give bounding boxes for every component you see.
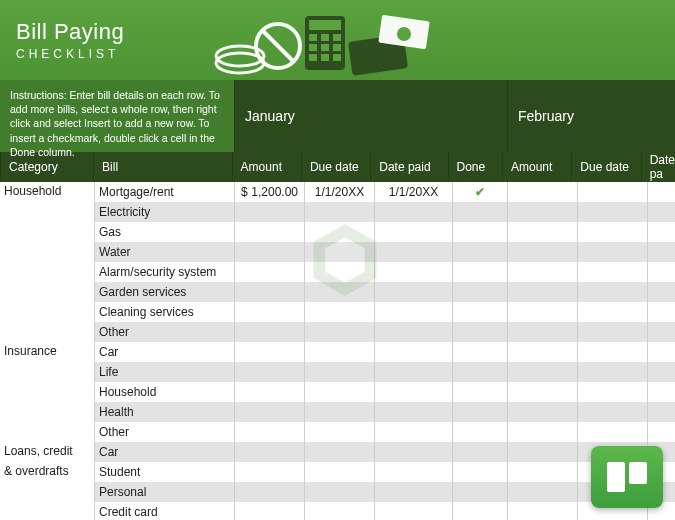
cell-amount[interactable] [234,322,304,342]
cell-done[interactable] [452,282,507,302]
cell-amount-2[interactable] [507,402,577,422]
cell-due-date[interactable] [304,502,374,520]
cell-done[interactable] [452,402,507,422]
cell-amount-2[interactable] [507,362,577,382]
cell-date-paid[interactable] [374,302,452,322]
table-row[interactable]: Personal [0,482,675,502]
cell-bill[interactable]: Mortgage/rent [94,182,234,202]
cell-amount[interactable]: $1,200.00 [234,182,304,202]
cell-due-date[interactable] [304,422,374,442]
cell-done[interactable] [452,442,507,462]
cell-amount-2[interactable] [507,262,577,282]
cell-amount[interactable] [234,402,304,422]
cell-category[interactable] [0,242,94,262]
cell-done[interactable] [452,482,507,502]
table-row[interactable]: Other [0,422,675,442]
cell-due-date[interactable]: 1/1/20XX [304,182,374,202]
cell-amount-2[interactable] [507,502,577,520]
table-row[interactable]: Other [0,322,675,342]
cell-due-date-2[interactable] [577,262,647,282]
cell-amount[interactable] [234,342,304,362]
cell-done[interactable] [452,262,507,282]
cell-amount-2[interactable] [507,222,577,242]
cell-due-date[interactable] [304,382,374,402]
cell-category[interactable] [0,222,94,242]
cell-date-paid[interactable] [374,402,452,422]
cell-date-paid-2[interactable] [647,242,675,262]
cell-done[interactable] [452,382,507,402]
cell-category[interactable] [0,322,94,342]
cell-bill[interactable]: Health [94,402,234,422]
cell-date-paid-2[interactable] [647,282,675,302]
cell-category[interactable] [0,302,94,322]
cell-due-date-2[interactable] [577,382,647,402]
cell-bill[interactable]: Car [94,342,234,362]
cell-done[interactable]: ✔ [452,182,507,202]
cell-date-paid-2[interactable] [647,422,675,442]
cell-date-paid[interactable] [374,382,452,402]
cell-date-paid-2[interactable] [647,302,675,322]
cell-amount-2[interactable] [507,422,577,442]
cell-date-paid-2[interactable] [647,382,675,402]
cell-category[interactable]: Household [0,182,94,202]
cell-date-paid[interactable] [374,422,452,442]
cell-date-paid-2[interactable] [647,182,675,202]
cell-amount-2[interactable] [507,482,577,502]
cell-due-date-2[interactable] [577,222,647,242]
cell-category[interactable]: Loans, credit [0,442,94,462]
cell-category[interactable] [0,402,94,422]
cell-date-paid-2[interactable] [647,402,675,422]
cell-due-date-2[interactable] [577,322,647,342]
cell-date-paid[interactable] [374,482,452,502]
cell-amount-2[interactable] [507,302,577,322]
cell-category[interactable] [0,382,94,402]
cell-date-paid[interactable]: 1/1/20XX [374,182,452,202]
cell-due-date-2[interactable] [577,342,647,362]
cell-done[interactable] [452,322,507,342]
cell-due-date[interactable] [304,462,374,482]
cell-due-date[interactable] [304,402,374,422]
cell-date-paid-2[interactable] [647,262,675,282]
cell-date-paid-2[interactable] [647,342,675,362]
cell-bill[interactable]: Credit card [94,502,234,520]
cell-category[interactable]: Insurance [0,342,94,362]
cell-done[interactable] [452,462,507,482]
cell-bill[interactable]: Car [94,442,234,462]
cell-amount-2[interactable] [507,382,577,402]
cell-due-date-2[interactable] [577,302,647,322]
cell-amount[interactable] [234,202,304,222]
table-row[interactable]: Cleaning services [0,302,675,322]
cell-category[interactable] [0,262,94,282]
cell-amount-2[interactable] [507,462,577,482]
cell-done[interactable] [452,342,507,362]
cell-amount[interactable] [234,362,304,382]
cell-bill[interactable]: Other [94,422,234,442]
table-row[interactable]: Credit card [0,502,675,520]
table-row[interactable]: Household [0,382,675,402]
table-row[interactable]: HouseholdMortgage/rent$1,200.001/1/20XX1… [0,182,675,202]
cell-date-paid[interactable] [374,322,452,342]
cell-bill[interactable]: Personal [94,482,234,502]
cell-bill[interactable]: Electricity [94,202,234,222]
table-row[interactable]: Life [0,362,675,382]
cell-amount-2[interactable] [507,282,577,302]
cell-bill[interactable]: Other [94,322,234,342]
cell-date-paid[interactable] [374,502,452,520]
cell-done[interactable] [452,502,507,520]
cell-due-date[interactable] [304,482,374,502]
cell-amount[interactable] [234,502,304,520]
cell-category[interactable] [0,422,94,442]
cell-due-date[interactable] [304,302,374,322]
cell-date-paid[interactable] [374,362,452,382]
cell-amount-2[interactable] [507,322,577,342]
cell-date-paid[interactable] [374,462,452,482]
cell-date-paid[interactable] [374,442,452,462]
cell-amount[interactable] [234,482,304,502]
cell-category[interactable] [0,362,94,382]
table-row[interactable]: InsuranceCar [0,342,675,362]
table-row[interactable]: & overdraftsStudent [0,462,675,482]
cell-date-paid-2[interactable] [647,222,675,242]
cell-due-date[interactable] [304,342,374,362]
cell-bill[interactable]: Garden services [94,282,234,302]
cell-amount[interactable] [234,442,304,462]
